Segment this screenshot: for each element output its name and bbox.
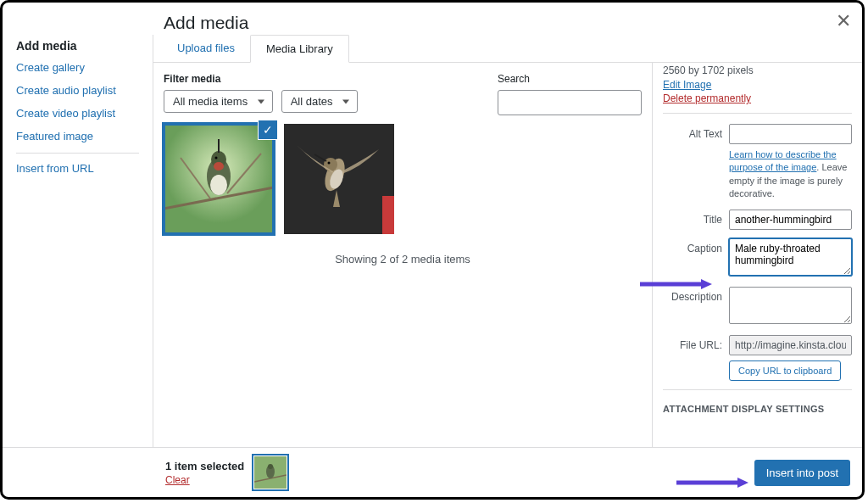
divider [663, 389, 852, 390]
tab-upload-files[interactable]: Upload files [162, 35, 250, 62]
divider [663, 113, 852, 114]
file-url-label: File URL: [663, 335, 729, 351]
hummingbird-flying-image [284, 124, 394, 234]
attachment-details: 2560 by 1702 pixels Edit Image Delete pe… [652, 63, 862, 447]
checkmark-icon: ✓ [259, 120, 277, 139]
description-input[interactable] [729, 287, 852, 324]
filter-media-label: Filter media [164, 73, 358, 85]
filter-dates-select[interactable]: All dates [281, 90, 358, 113]
edit-image-link[interactable]: Edit Image [663, 79, 852, 91]
search-input[interactable] [498, 90, 642, 115]
tab-media-library[interactable]: Media Library [250, 35, 349, 63]
divider [16, 153, 139, 154]
media-tabs: Upload files Media Library [153, 35, 862, 63]
title-input[interactable] [729, 210, 852, 230]
delete-permanently-link[interactable]: Delete permanently [663, 92, 852, 104]
search-label: Search [498, 73, 642, 85]
create-audio-playlist-link[interactable]: Create audio playlist [16, 84, 139, 97]
alt-text-label: Alt Text [663, 124, 729, 140]
showing-count: Showing 2 of 2 media items [164, 253, 642, 265]
media-thumb[interactable] [284, 124, 394, 234]
insert-from-url-link[interactable]: Insert from URL [16, 162, 139, 175]
file-url-input[interactable] [729, 335, 852, 355]
media-thumb-selected[interactable]: ✓ [164, 124, 274, 234]
description-label: Description [663, 287, 729, 303]
title-label: Title [663, 210, 729, 226]
create-gallery-link[interactable]: Create gallery [16, 61, 139, 74]
svg-point-7 [210, 175, 227, 195]
hummingbird-perched-image [164, 124, 274, 234]
actions-sidebar: Actions Add media Create gallery Create … [3, 35, 153, 447]
create-video-playlist-link[interactable]: Create video playlist [16, 107, 139, 120]
selection-thumb[interactable] [254, 456, 287, 489]
clear-selection-link[interactable]: Clear [165, 474, 244, 486]
modal-title: Add media [164, 13, 248, 33]
selected-count: 1 item selected [165, 460, 244, 472]
caption-label: Caption [663, 238, 729, 254]
alt-text-input[interactable] [729, 124, 852, 144]
filter-media-select[interactable]: All media items [164, 90, 273, 113]
attachment-display-heading: ATTACHMENT DISPLAY SETTINGS [663, 404, 852, 414]
svg-point-8 [215, 157, 218, 159]
featured-image-link[interactable]: Featured image [16, 130, 139, 143]
svg-point-18 [268, 464, 273, 469]
svg-rect-10 [382, 196, 394, 234]
insert-into-post-button[interactable]: Insert into post [754, 460, 850, 486]
copy-url-button[interactable]: Copy URL to clipboard [729, 360, 841, 381]
add-media-section: Add media [16, 39, 139, 53]
alt-help-text: Learn how to describe the purpose of the… [729, 148, 852, 201]
svg-point-12 [324, 158, 337, 171]
caption-input[interactable] [729, 238, 852, 276]
svg-point-6 [214, 162, 224, 170]
image-dimensions: 2560 by 1702 pixels [663, 64, 852, 76]
svg-point-13 [328, 162, 331, 165]
close-button[interactable]: ✕ [830, 8, 857, 35]
